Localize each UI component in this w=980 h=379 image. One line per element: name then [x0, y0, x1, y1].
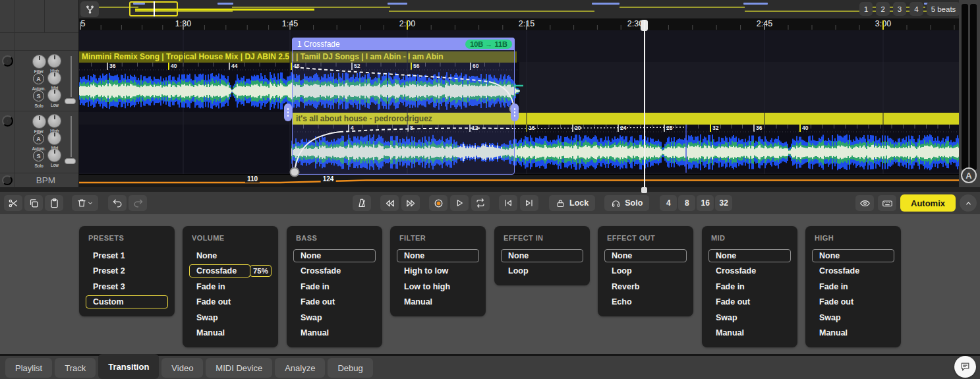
tab-playlist[interactable]: Playlist — [5, 358, 52, 378]
crossfade-left-handle[interactable] — [284, 103, 292, 121]
beat-length-button-5-beats[interactable]: 5 beats — [927, 2, 961, 16]
copy-button[interactable] — [24, 195, 43, 211]
automation-button[interactable]: A — [33, 73, 44, 84]
collapse-panel-button[interactable] — [960, 194, 977, 212]
timeline-mode-button[interactable] — [80, 1, 99, 17]
fast-forward-button[interactable] — [401, 195, 420, 211]
playhead-bottom-handle[interactable] — [641, 187, 647, 193]
panel-option-custom[interactable]: Custom — [86, 295, 168, 310]
delete-button[interactable] — [72, 195, 98, 211]
automix-button[interactable]: Automix — [900, 194, 956, 212]
collapse-channel-button[interactable] — [2, 115, 13, 127]
filter-knob[interactable] — [32, 115, 46, 129]
panel-option-swap[interactable]: Swap — [293, 310, 376, 326]
panel-option-manual[interactable]: Manual — [397, 295, 479, 310]
beat-length-button-2[interactable]: 2 — [876, 2, 889, 16]
panel-option-low-to-high[interactable]: Low to high — [397, 279, 479, 295]
panel-option-none[interactable]: None — [812, 248, 894, 264]
panel-option-crossfade[interactable]: Crossfade 75% — [189, 264, 272, 279]
paste-button[interactable] — [45, 195, 63, 211]
beat-jump-button-16[interactable]: 16 — [697, 195, 714, 211]
panel-option-fade-out[interactable]: Fade out — [189, 295, 272, 310]
tab-debug[interactable]: Debug — [328, 358, 372, 378]
automation-button[interactable]: A — [33, 133, 44, 144]
panel-option-value[interactable]: 75% — [250, 265, 272, 277]
solo-button[interactable]: S — [33, 150, 44, 161]
shortcuts-button[interactable] — [878, 195, 896, 211]
crossfade-right-handle[interactable] — [511, 103, 519, 121]
solo-button[interactable]: S — [33, 90, 44, 102]
panel-option-fade-in[interactable]: Fade in — [293, 279, 376, 295]
panel-option-preset-2[interactable]: Preset 2 — [86, 264, 168, 279]
play-button[interactable] — [450, 195, 469, 211]
panel-option-swap[interactable]: Swap — [189, 310, 272, 326]
panel-option-reverb[interactable]: Reverb — [604, 279, 687, 295]
panel-option-echo[interactable]: Echo — [604, 295, 687, 310]
panel-option-manual[interactable]: Manual — [812, 326, 894, 341]
tab-transition[interactable]: Transition — [98, 354, 159, 379]
tab-analyze[interactable]: Analyze — [275, 358, 325, 378]
loop-button[interactable] — [471, 195, 490, 211]
panel-option-fade-out[interactable]: Fade out — [708, 295, 791, 310]
lock-button[interactable]: Lock — [549, 195, 595, 211]
panel-option-fade-in[interactable]: Fade in — [708, 279, 791, 295]
metronome-button[interactable] — [353, 195, 371, 211]
tab-track[interactable]: Track — [55, 358, 96, 378]
undo-button[interactable] — [108, 195, 127, 211]
crossfade-header[interactable]: 1 Crossfade 10B → 11B — [292, 38, 515, 50]
skip-end-button[interactable] — [520, 195, 538, 211]
volume-fader[interactable] — [65, 98, 76, 104]
record-button[interactable] — [429, 195, 447, 211]
beat-jump-button-4[interactable]: 4 — [660, 195, 677, 211]
panel-option-preset-1[interactable]: Preset 1 — [86, 248, 168, 264]
collapse-channel-button[interactable] — [2, 55, 13, 67]
solo-button[interactable]: Solo — [604, 195, 649, 211]
panel-option-preset-3[interactable]: Preset 3 — [86, 279, 168, 295]
panel-option-loop[interactable]: Loop — [501, 264, 583, 279]
low-knob[interactable] — [47, 148, 61, 162]
panel-option-crossfade[interactable]: Crossfade — [293, 264, 376, 279]
panel-option-none[interactable]: None — [293, 248, 376, 264]
cut-button[interactable] — [4, 195, 22, 211]
panel-option-none[interactable]: None — [708, 248, 791, 264]
rewind-button[interactable] — [380, 195, 399, 211]
bpm-value[interactable]: 110 — [245, 175, 260, 183]
panel-option-fade-in[interactable]: Fade in — [189, 279, 272, 295]
bpm-lane[interactable] — [79, 174, 959, 187]
bpm-value[interactable]: 124 — [321, 175, 336, 183]
crossfade-region[interactable] — [292, 38, 515, 175]
panel-option-fade-in[interactable]: Fade in — [812, 279, 894, 295]
panel-option-none[interactable]: None — [397, 248, 479, 264]
panel-option-none[interactable]: None — [189, 248, 272, 264]
expand-bpm-button[interactable] — [2, 175, 13, 185]
panel-option-high-to-low[interactable]: High to low — [397, 264, 479, 279]
low-knob[interactable] — [47, 88, 61, 102]
beat-length-button-4[interactable]: 4 — [909, 2, 923, 16]
panel-option-none[interactable]: None — [604, 248, 687, 264]
high-knob[interactable] — [47, 54, 61, 68]
minimap-background[interactable] — [79, 0, 959, 18]
visibility-button[interactable] — [855, 195, 874, 211]
panel-option-swap[interactable]: Swap — [812, 310, 894, 326]
tab-midi-device[interactable]: MIDI Device — [206, 358, 272, 378]
mid-knob[interactable] — [47, 131, 61, 145]
support-chat-button[interactable] — [954, 356, 976, 378]
panel-option-manual[interactable]: Manual — [293, 326, 376, 341]
panel-option-loop[interactable]: Loop — [604, 264, 687, 279]
beat-jump-button-32[interactable]: 32 — [715, 195, 732, 211]
panel-option-manual[interactable]: Manual — [189, 326, 272, 341]
panel-option-swap[interactable]: Swap — [708, 310, 791, 326]
panel-option-crossfade[interactable]: Crossfade — [708, 264, 791, 279]
skip-start-button[interactable] — [499, 195, 517, 211]
high-knob[interactable] — [47, 114, 61, 128]
panel-option-fade-out[interactable]: Fade out — [812, 295, 894, 310]
tab-video[interactable]: Video — [161, 358, 203, 378]
volume-fader[interactable] — [65, 158, 76, 164]
panel-option-fade-out[interactable]: Fade out — [293, 295, 376, 310]
beat-length-button-3[interactable]: 3 — [893, 2, 906, 16]
a-badge-icon[interactable]: A — [961, 167, 977, 183]
filter-knob[interactable] — [32, 55, 46, 69]
panel-option-crossfade[interactable]: Crossfade — [812, 264, 894, 279]
beat-jump-button-8[interactable]: 8 — [678, 195, 695, 211]
redo-button[interactable] — [129, 195, 147, 211]
